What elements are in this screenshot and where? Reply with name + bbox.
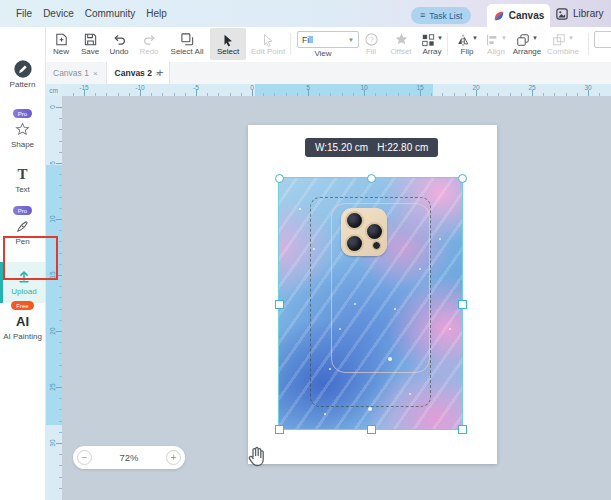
zoom-out-button[interactable]: − xyxy=(77,450,92,465)
camera-flash xyxy=(372,241,381,250)
selection-handle[interactable] xyxy=(275,425,284,434)
sidebar-item-text[interactable]: TText xyxy=(0,165,45,195)
selection-handle[interactable] xyxy=(458,300,467,309)
marble-speckles xyxy=(299,208,301,210)
menu-item-community[interactable]: Community xyxy=(85,8,136,19)
task-list-button[interactable]: ≡ Task List xyxy=(411,7,471,24)
ruler-tick xyxy=(207,93,208,96)
menu-item-device[interactable]: Device xyxy=(43,8,74,19)
sidebar-item-label: Text xyxy=(15,185,30,195)
menu-bar: FileDeviceCommunityHelp ≡ Task List Canv… xyxy=(0,0,611,28)
selection-handle[interactable] xyxy=(458,174,467,183)
zoom-controls: − 72% + xyxy=(73,446,185,469)
ruler-tick xyxy=(59,465,62,466)
selection-handle[interactable] xyxy=(367,174,376,183)
sidebar-item-ai-painting[interactable]: FreeAIAI Painting xyxy=(0,301,45,342)
canvas-tab-canvas-1[interactable]: Canvas 1× xyxy=(45,62,107,84)
new-button[interactable]: New xyxy=(46,28,76,60)
pro-badge: Pro xyxy=(13,109,32,118)
toolbar-button-label: Flip xyxy=(461,48,474,56)
selection-handle[interactable] xyxy=(275,174,284,183)
redo-button[interactable]: Redo xyxy=(134,28,164,60)
partial-dropdown[interactable] xyxy=(594,31,611,48)
toolbar-button-label: Arrange xyxy=(513,48,541,56)
ruler-tick xyxy=(59,129,62,130)
menu-item-help[interactable]: Help xyxy=(146,8,167,19)
ruler-tick xyxy=(59,454,62,455)
ruler-tick xyxy=(375,93,376,96)
edit-point-button[interactable]: Edit Point xyxy=(246,28,290,60)
save-button[interactable]: Save xyxy=(76,28,104,60)
ruler-tick xyxy=(118,93,119,96)
ruler-number: 10 xyxy=(360,85,367,92)
ruler-tick xyxy=(59,197,62,198)
camera-lens xyxy=(345,234,364,253)
file-tool-group: NewSaveUndoRedoSelect AllSelectEdit Poin… xyxy=(46,28,290,60)
tab-library[interactable]: Library xyxy=(556,0,604,27)
ruler-number: 30 xyxy=(49,435,57,451)
ruler-tick xyxy=(218,93,219,96)
library-icon xyxy=(556,8,568,20)
ruler-highlight-h xyxy=(255,84,433,96)
ruler-number: 10 xyxy=(49,211,57,227)
ruler-tick xyxy=(59,488,62,489)
add-canvas-button[interactable]: + xyxy=(150,62,170,84)
undo-button[interactable]: Undo xyxy=(104,28,134,60)
selection-handle[interactable] xyxy=(275,300,284,309)
view-mode-dropdown[interactable]: Fill ▼ xyxy=(297,31,359,48)
ruler-tick xyxy=(59,353,62,354)
sidebar-item-label: Shape xyxy=(11,140,34,150)
task-list-label: Task List xyxy=(429,11,462,21)
ruler-tick xyxy=(59,286,62,287)
ruler-tick xyxy=(566,93,567,96)
ruler-tick xyxy=(59,421,62,422)
canvas-tabs: Canvas 1×Canvas 2× xyxy=(45,62,611,84)
hand-icon[interactable] xyxy=(245,445,269,469)
ai-icon: AI xyxy=(16,312,29,330)
ruler-tick xyxy=(59,376,62,377)
ruler-number: 5 xyxy=(49,155,57,171)
sidebar-item-shape[interactable]: ProShape xyxy=(0,109,45,150)
toolbar-button-label: Edit Point xyxy=(251,48,285,56)
vertical-ruler: 051015202530 xyxy=(45,96,62,500)
array-button[interactable]: ▼Array xyxy=(413,28,451,60)
ruler-tick xyxy=(129,93,130,96)
canvas-area[interactable]: W:15.20 cm H:22.80 cm − 72% + xyxy=(62,96,611,500)
canvas-tab-label: Canvas 1 xyxy=(53,68,89,78)
pen-icon xyxy=(15,217,30,235)
toolbar-button-label: Select All xyxy=(171,48,204,56)
ruler-tick xyxy=(319,93,320,96)
canvas-tab-label: Canvas 2 xyxy=(115,68,152,78)
toolbar-button-label: New xyxy=(53,48,69,56)
select-all-icon xyxy=(180,32,195,47)
height-value: H:22.80 cm xyxy=(377,142,428,153)
tab-canvas[interactable]: Canvas xyxy=(487,4,550,27)
ruler-tick xyxy=(59,320,62,321)
ruler-tick xyxy=(431,93,432,96)
menu-item-file[interactable]: File xyxy=(16,8,32,19)
selection-handle[interactable] xyxy=(458,425,467,434)
select-button[interactable]: Select xyxy=(210,28,246,60)
selected-image[interactable] xyxy=(278,177,463,430)
ruler-tick xyxy=(59,309,62,310)
ruler-tick xyxy=(498,93,499,96)
select-all-button[interactable]: Select All xyxy=(164,28,210,60)
chevron-down-icon: ▼ xyxy=(472,35,478,41)
chevron-down-icon: ▼ xyxy=(568,35,574,41)
combine-button[interactable]: ▼Combine xyxy=(541,28,585,60)
zoom-in-button[interactable]: + xyxy=(166,450,181,465)
sidebar-item-pattern[interactable]: Pattern xyxy=(0,60,45,90)
selection-handle[interactable] xyxy=(367,425,376,434)
toolbar-button-label: Offset xyxy=(390,48,411,56)
ruler-tick xyxy=(59,230,62,231)
flip-icon: ▼ xyxy=(456,32,478,47)
sidebar-item-label: AI Painting xyxy=(3,332,42,342)
close-icon[interactable]: × xyxy=(93,69,98,78)
chevron-down-icon: ▼ xyxy=(348,37,354,43)
toolbar-button-label: Save xyxy=(81,48,99,56)
ruler-tick xyxy=(59,409,62,410)
array-icon: ▼ xyxy=(421,32,443,47)
pattern-icon xyxy=(13,60,33,78)
toolbar: NewSaveUndoRedoSelect AllSelectEdit Poin… xyxy=(45,27,611,63)
fill-button[interactable]: ?Fill xyxy=(356,28,386,60)
